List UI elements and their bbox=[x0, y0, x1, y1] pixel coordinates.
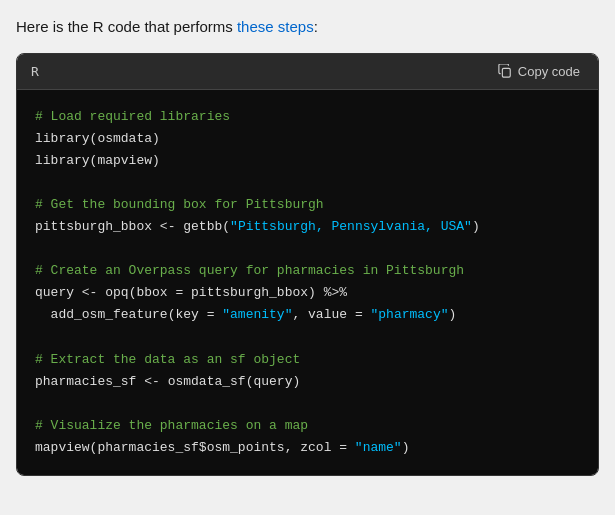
intro-paragraph: Here is the R code that performs these s… bbox=[16, 16, 599, 39]
code-block: R Copy code # Load required libraries li… bbox=[16, 53, 599, 477]
code-line-11: pharmacies_sf bbox=[35, 374, 136, 389]
code-op-2: <- bbox=[74, 285, 105, 300]
code-paren-8: ) bbox=[402, 440, 410, 455]
code-line-5: pittsburgh_bbox bbox=[35, 219, 152, 234]
code-op-1: <- bbox=[152, 219, 183, 234]
code-line-3b: (mapview) bbox=[90, 153, 160, 168]
code-lang-label: R bbox=[31, 64, 39, 79]
code-str-4: "name" bbox=[355, 440, 402, 455]
comment-3: # Create an Overpass query for pharmacie… bbox=[35, 263, 464, 278]
intro-text-after: : bbox=[314, 18, 318, 35]
code-pipe: %>% bbox=[324, 285, 347, 300]
code-paren-7: (pharmacies_sf$osm_points, zcol = bbox=[90, 440, 355, 455]
code-header: R Copy code bbox=[17, 54, 598, 90]
code-line-8: query bbox=[35, 285, 74, 300]
code-line-2b: (osmdata) bbox=[90, 131, 160, 146]
code-paren-2: ) bbox=[472, 219, 480, 234]
code-content: # Load required libraries library(osmdat… bbox=[35, 106, 580, 460]
code-body: # Load required libraries library(osmdat… bbox=[17, 90, 598, 476]
code-str-3: "pharmacy" bbox=[370, 307, 448, 322]
code-fn-5: mapview bbox=[35, 440, 90, 455]
code-op-3: <- bbox=[136, 374, 167, 389]
copy-code-button[interactable]: Copy code bbox=[494, 62, 584, 81]
code-str-1: "Pittsburgh, Pennsylvania, USA" bbox=[230, 219, 472, 234]
code-line-3: library bbox=[35, 153, 90, 168]
code-fn-2: opq bbox=[105, 285, 128, 300]
copy-button-label: Copy code bbox=[518, 64, 580, 79]
code-fn-4: osmdata_sf bbox=[168, 374, 246, 389]
comment-4: # Extract the data as an sf object bbox=[35, 352, 300, 367]
intro-highlight: these steps bbox=[237, 18, 314, 35]
code-str-2: "amenity" bbox=[222, 307, 292, 322]
code-paren-1: ( bbox=[222, 219, 230, 234]
comment-2: # Get the bounding box for Pittsburgh bbox=[35, 197, 324, 212]
comment-1: # Load required libraries bbox=[35, 109, 230, 124]
copy-icon bbox=[498, 64, 512, 78]
code-paren-5: ) bbox=[449, 307, 457, 322]
svg-rect-0 bbox=[502, 68, 510, 77]
intro-text-before: Here is the R code that performs bbox=[16, 18, 237, 35]
comment-5: # Visualize the pharmacies on a map bbox=[35, 418, 308, 433]
code-comma-1: , value = bbox=[292, 307, 370, 322]
code-paren-3: (bbox = pittsburgh_bbox) bbox=[129, 285, 324, 300]
code-paren-6: (query) bbox=[246, 374, 301, 389]
code-line-9 bbox=[35, 307, 51, 322]
code-fn-1: getbb bbox=[183, 219, 222, 234]
code-fn-3: add_osm_feature bbox=[51, 307, 168, 322]
code-paren-4: (key = bbox=[168, 307, 223, 322]
code-line-2: library bbox=[35, 131, 90, 146]
